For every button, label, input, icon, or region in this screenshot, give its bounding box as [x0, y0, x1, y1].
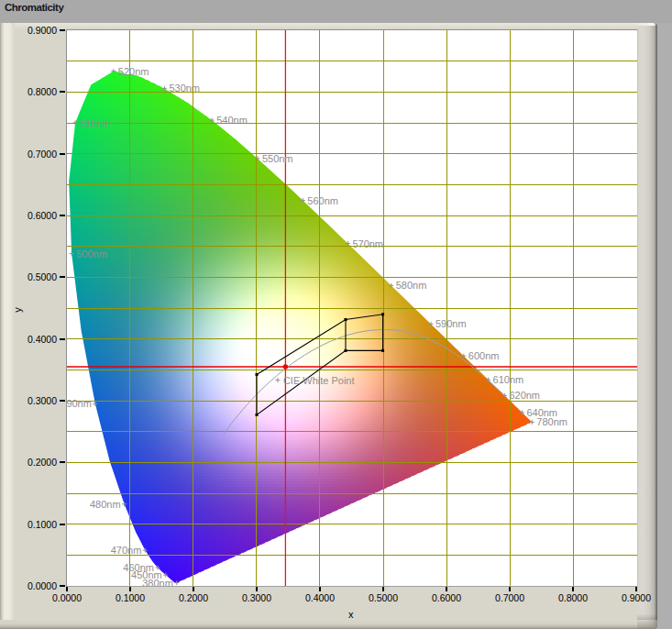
- svg-text:590nm: 590nm: [435, 318, 467, 329]
- svg-text:490nm: 490nm: [67, 398, 92, 409]
- svg-text:550nm: 550nm: [262, 153, 293, 164]
- svg-text:620nm: 620nm: [509, 390, 540, 401]
- svg-text:510nm: 510nm: [80, 117, 111, 128]
- svg-text:780nm: 780nm: [536, 416, 567, 427]
- svg-text:600nm: 600nm: [468, 350, 500, 361]
- svg-text:500nm: 500nm: [76, 248, 107, 259]
- svg-text:540nm: 540nm: [216, 115, 248, 126]
- svg-text:560nm: 560nm: [307, 195, 338, 206]
- svg-text:530nm: 530nm: [169, 83, 200, 94]
- svg-text:570nm: 570nm: [352, 238, 383, 249]
- svg-text:520nm: 520nm: [118, 66, 149, 77]
- svg-text:480nm: 480nm: [90, 499, 121, 510]
- svg-text:470nm: 470nm: [111, 545, 142, 556]
- svg-text:580nm: 580nm: [396, 280, 427, 291]
- svg-text:CIE White Point: CIE White Point: [283, 375, 355, 386]
- svg-text:460nm: 460nm: [123, 562, 154, 573]
- svg-text:610nm: 610nm: [493, 374, 524, 385]
